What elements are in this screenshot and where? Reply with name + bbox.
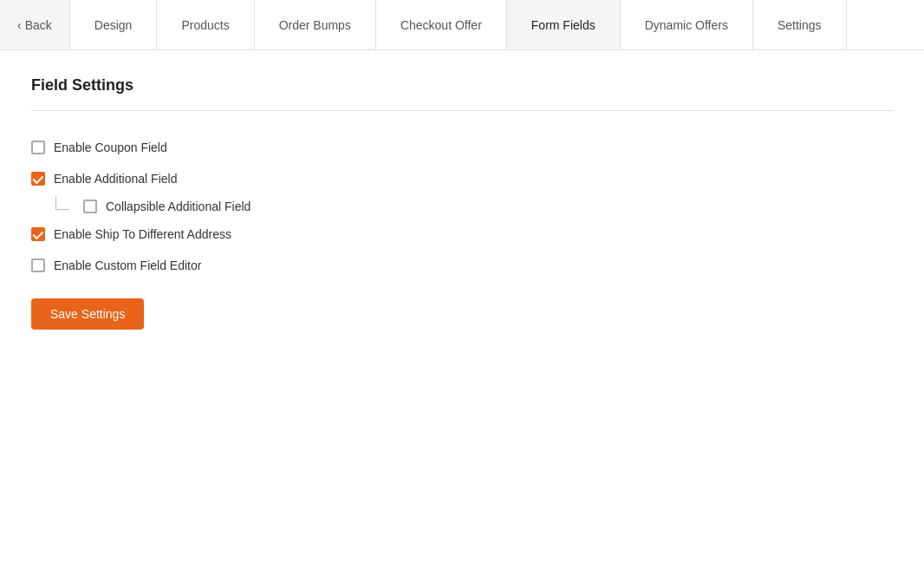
tab-dynamic-offers[interactable]: Dynamic Offers	[621, 0, 753, 49]
tab-settings[interactable]: Settings	[753, 0, 847, 49]
nav-bar: ‹ Back Design Products Order Bumps Check…	[0, 0, 924, 50]
enable-additional-field-checkbox[interactable]	[31, 172, 45, 186]
nav-tabs: Design Products Order Bumps Checkout Off…	[70, 0, 924, 49]
divider	[31, 110, 893, 111]
field-row-ship: Enable Ship To Different Address	[31, 219, 893, 250]
enable-custom-field-editor-label[interactable]: Enable Custom Field Editor	[54, 258, 201, 272]
main-content: Field Settings Enable Coupon Field Enabl…	[0, 50, 924, 356]
tree-line-icon	[55, 196, 69, 210]
save-settings-button[interactable]: Save Settings	[31, 298, 144, 330]
field-row-collapsible: Collapsible Additional Field	[31, 194, 893, 219]
page-title: Field Settings	[31, 76, 893, 95]
tab-checkout-offer[interactable]: Checkout Offer	[376, 0, 507, 49]
tab-order-bumps[interactable]: Order Bumps	[255, 0, 376, 49]
back-label: Back	[25, 18, 52, 32]
tab-products[interactable]: Products	[157, 0, 254, 49]
tab-design[interactable]: Design	[70, 0, 158, 49]
enable-coupon-field-checkbox[interactable]	[31, 141, 45, 154]
field-row-coupon: Enable Coupon Field	[31, 132, 893, 163]
enable-ship-to-different-address-checkbox[interactable]	[31, 227, 45, 241]
enable-ship-to-different-address-label[interactable]: Enable Ship To Different Address	[54, 227, 231, 241]
tab-form-fields[interactable]: Form Fields	[507, 0, 621, 49]
back-button[interactable]: ‹ Back	[0, 0, 70, 49]
enable-custom-field-editor-checkbox[interactable]	[31, 258, 45, 272]
collapsible-additional-field-checkbox[interactable]	[83, 199, 97, 213]
field-settings-list: Enable Coupon Field Enable Additional Fi…	[31, 132, 893, 281]
back-chevron-icon: ‹	[17, 18, 22, 32]
enable-additional-field-label[interactable]: Enable Additional Field	[54, 172, 177, 186]
field-row-additional: Enable Additional Field	[31, 163, 893, 194]
collapsible-additional-field-label[interactable]: Collapsible Additional Field	[106, 199, 251, 213]
field-row-custom: Enable Custom Field Editor	[31, 250, 893, 281]
enable-coupon-field-label[interactable]: Enable Coupon Field	[54, 141, 167, 154]
